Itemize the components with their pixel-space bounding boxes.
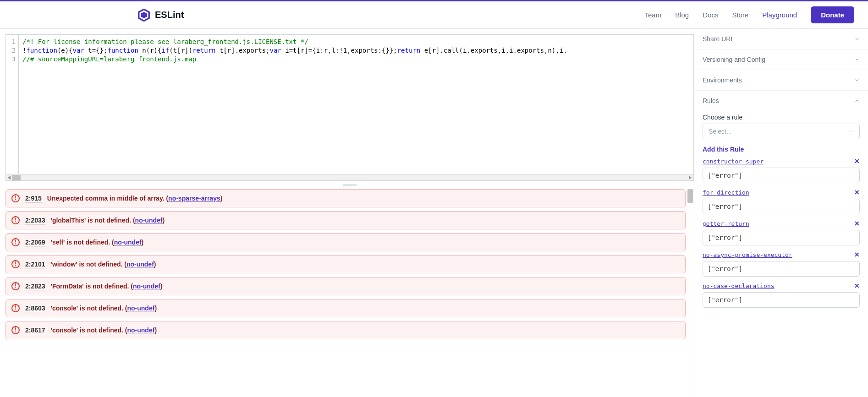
error-message: 'console' is not defined. <box>51 326 123 334</box>
code-text: /*! For license information please see l… <box>22 38 308 45</box>
rule-row: no-async-promise-executor✕ <box>703 251 860 277</box>
panel-title: Environments <box>703 76 742 84</box>
vertical-scrollbar[interactable] <box>687 189 693 397</box>
panel-rules[interactable]: Rules <box>694 91 868 111</box>
error-location[interactable]: 2:2033 <box>25 217 45 224</box>
pane-splitter[interactable] <box>5 181 694 189</box>
error-icon <box>11 282 20 290</box>
panel-versioning[interactable]: Versioning and Config <box>694 49 868 70</box>
remove-rule-button[interactable]: ✕ <box>854 220 860 227</box>
line-gutter: 1 2 3 <box>6 35 19 174</box>
choose-rule-label: Choose a rule <box>703 114 860 121</box>
chevron-down-icon <box>848 129 854 134</box>
nav-blog[interactable]: Blog <box>675 11 689 19</box>
error-item[interactable]: 2:2069'self' is not defined. (no-undef) <box>5 233 686 251</box>
errors-panel[interactable]: 2:915Unexpected comma in middle of array… <box>5 189 694 397</box>
panel-title: Versioning and Config <box>703 56 765 63</box>
error-message: Unexpected comma in middle of array. <box>47 195 165 202</box>
scrollbar-thumb[interactable] <box>12 175 21 180</box>
rule-config-input[interactable] <box>703 199 860 214</box>
error-item[interactable]: 2:2823'FormData' is not defined. (no-und… <box>5 277 686 295</box>
logo-text: ESLint <box>155 10 184 20</box>
error-message: 'globalThis' is not defined. <box>51 217 131 224</box>
rule-name-link[interactable]: for-direction <box>703 189 749 196</box>
logo[interactable]: ESLint <box>137 9 184 22</box>
error-rule-link[interactable]: no-sparse-arrays <box>168 195 220 202</box>
error-rule-link[interactable]: no-undef <box>127 326 155 334</box>
rule-name-link[interactable]: no-async-promise-executor <box>703 251 792 258</box>
rule-row: constructor-super✕ <box>703 158 860 183</box>
rules-body: Choose a rule Select... Add this Rule co… <box>694 111 868 308</box>
rule-name-link[interactable]: constructor-super <box>703 158 764 165</box>
error-rule-link[interactable]: no-undef <box>135 217 163 224</box>
error-location[interactable]: 2:8617 <box>25 326 45 334</box>
nav-docs[interactable]: Docs <box>703 11 718 19</box>
editor-body: 1 2 3 /*! For license information please… <box>6 35 693 174</box>
chevron-down-icon <box>854 57 860 62</box>
panel-share-url[interactable]: Share URL <box>694 29 868 49</box>
nav-playground[interactable]: Playground <box>762 11 797 19</box>
code-area[interactable]: /*! For license information please see l… <box>19 35 693 174</box>
error-item[interactable]: 2:2101'window' is not defined. (no-undef… <box>5 255 686 273</box>
eslint-logo-icon <box>137 9 150 22</box>
panel-environments[interactable]: Environments <box>694 70 868 91</box>
error-item[interactable]: 2:8603'console' is not defined. (no-unde… <box>5 299 686 317</box>
rule-select[interactable]: Select... <box>703 124 860 139</box>
rule-config-input[interactable] <box>703 230 860 245</box>
error-message: 'window' is not defined. <box>51 261 123 268</box>
panel-title: Share URL <box>703 35 734 43</box>
rule-config-input[interactable] <box>703 292 860 308</box>
nav-store[interactable]: Store <box>732 11 748 19</box>
donate-button[interactable]: Donate <box>811 6 854 23</box>
error-item[interactable]: 2:2033'globalThis' is not defined. (no-u… <box>5 211 686 229</box>
error-location[interactable]: 2:2069 <box>25 239 45 246</box>
error-rule-link[interactable]: no-undef <box>127 305 155 312</box>
error-location[interactable]: 2:2101 <box>25 261 45 268</box>
error-rule-link[interactable]: no-undef <box>114 239 142 246</box>
nav-team[interactable]: Team <box>645 11 662 19</box>
error-location[interactable]: 2:8603 <box>25 305 45 312</box>
add-rule-button[interactable]: Add this Rule <box>703 146 860 153</box>
error-icon <box>11 194 20 202</box>
header: ESLint Team Blog Docs Store Playground D… <box>0 1 868 29</box>
line-number: 2 <box>6 46 16 55</box>
remove-rule-button[interactable]: ✕ <box>854 189 860 196</box>
error-icon <box>11 326 20 334</box>
chevron-up-icon <box>854 98 860 103</box>
error-icon <box>11 304 20 312</box>
rule-row: getter-return✕ <box>703 220 860 245</box>
error-rule-link[interactable]: no-undef <box>126 261 154 268</box>
horizontal-scrollbar[interactable] <box>6 174 693 180</box>
panel-title: Rules <box>703 97 719 104</box>
rule-config-input[interactable] <box>703 168 860 183</box>
rule-config-input[interactable] <box>703 261 860 277</box>
error-icon <box>11 260 20 268</box>
rule-name-link[interactable]: getter-return <box>703 220 749 227</box>
rule-row: no-case-declarations✕ <box>703 282 860 308</box>
rule-row: for-direction✕ <box>703 189 860 214</box>
error-icon <box>11 216 20 224</box>
remove-rule-button[interactable]: ✕ <box>854 158 860 165</box>
error-location[interactable]: 2:2823 <box>25 283 45 290</box>
error-item[interactable]: 2:915Unexpected comma in middle of array… <box>5 189 686 207</box>
line-number: 3 <box>6 55 16 64</box>
remove-rule-button[interactable]: ✕ <box>854 282 860 289</box>
left-pane: 1 2 3 /*! For license information please… <box>0 29 694 397</box>
code-text: //# sourceMappingURL=laraberg_frontend.j… <box>22 55 196 63</box>
error-icon <box>11 238 20 246</box>
main-nav: Team Blog Docs Store Playground Donate <box>645 6 855 23</box>
select-placeholder: Select... <box>709 128 732 135</box>
chevron-down-icon <box>854 77 860 83</box>
remove-rule-button[interactable]: ✕ <box>854 251 860 258</box>
code-editor[interactable]: 1 2 3 /*! For license information please… <box>5 34 694 181</box>
scrollbar-thumb[interactable] <box>687 189 693 203</box>
rule-name-link[interactable]: no-case-declarations <box>703 283 775 289</box>
error-item[interactable]: 2:8617'console' is not defined. (no-unde… <box>5 321 686 339</box>
svg-marker-1 <box>141 12 147 18</box>
error-rule-link[interactable]: no-undef <box>133 283 160 290</box>
splitter-grip-icon <box>343 184 357 186</box>
sidebar: Share URL Versioning and Config Environm… <box>694 29 868 397</box>
line-number: 1 <box>6 38 16 46</box>
error-location[interactable]: 2:915 <box>25 195 42 202</box>
chevron-down-icon <box>854 36 860 42</box>
